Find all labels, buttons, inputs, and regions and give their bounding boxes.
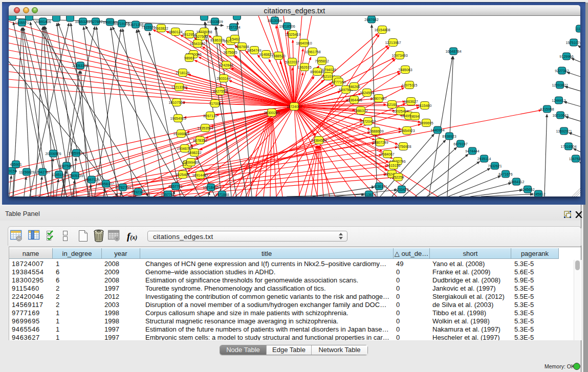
svg-text:10975867: 10975867 <box>58 164 74 168</box>
svg-text:12213369: 12213369 <box>171 85 187 89</box>
svg-text:10688609: 10688609 <box>367 129 383 133</box>
svg-text:10973493: 10973493 <box>391 54 407 57</box>
svg-text:12093822: 12093822 <box>552 83 568 87</box>
svg-text:3498222: 3498222 <box>187 151 201 155</box>
svg-text:1733426: 1733426 <box>395 188 408 191</box>
svg-text:16154808: 16154808 <box>374 28 390 32</box>
svg-text:17957225: 17957225 <box>83 178 99 182</box>
svg-text:8813054: 8813054 <box>268 19 281 23</box>
svg-text:9899695: 9899695 <box>419 121 433 125</box>
svg-text:9860124: 9860124 <box>168 30 182 34</box>
svg-text:7515526: 7515526 <box>141 26 155 29</box>
svg-text:1362615: 1362615 <box>297 65 311 69</box>
svg-text:11325419: 11325419 <box>285 33 301 36</box>
svg-text:9245812: 9245812 <box>531 192 545 196</box>
svg-text:12905135: 12905135 <box>67 174 83 178</box>
svg-text:62160: 62160 <box>387 103 397 106</box>
svg-text:19166825: 19166825 <box>173 132 189 136</box>
svg-text:1588520: 1588520 <box>271 54 285 58</box>
svg-text:11156829: 11156829 <box>19 170 34 174</box>
svg-text:17359924: 17359924 <box>68 151 84 155</box>
svg-text:9474444: 9474444 <box>465 149 479 153</box>
svg-text:252254: 252254 <box>392 176 404 179</box>
svg-text:25300285: 25300285 <box>264 111 279 115</box>
svg-text:435901: 435901 <box>10 163 21 166</box>
svg-text:8938923: 8938923 <box>442 135 456 138</box>
svg-text:717006: 717006 <box>209 102 221 105</box>
svg-text:13692971: 13692971 <box>556 129 572 133</box>
svg-text:12942757: 12942757 <box>34 170 50 174</box>
svg-text:9115460: 9115460 <box>418 104 432 107</box>
svg-text:14136141: 14136141 <box>371 185 387 188</box>
svg-text:5322037: 5322037 <box>285 60 299 64</box>
svg-text:9857791: 9857791 <box>168 185 182 188</box>
svg-text:16782759: 16782759 <box>115 186 130 189</box>
svg-text:11172: 11172 <box>575 27 580 31</box>
svg-text:16543382: 16543382 <box>189 42 205 46</box>
svg-text:8454749: 8454749 <box>247 49 261 52</box>
svg-text:9245652: 9245652 <box>520 188 534 191</box>
svg-text:6879197: 6879197 <box>453 142 467 146</box>
svg-text:2935114: 2935114 <box>477 157 491 161</box>
svg-text:9242848: 9242848 <box>219 63 233 67</box>
svg-text:14099489: 14099489 <box>183 161 199 164</box>
svg-text:7986372: 7986372 <box>354 109 367 113</box>
svg-text:16914479: 16914479 <box>192 173 208 177</box>
svg-text:15751074: 15751074 <box>565 41 580 45</box>
svg-text:10807487: 10807487 <box>371 97 386 100</box>
svg-text:7663822: 7663822 <box>154 27 168 30</box>
svg-text:18724007: 18724007 <box>286 105 302 108</box>
svg-text:2803144: 2803144 <box>216 77 230 80</box>
svg-text:9694: 9694 <box>411 115 419 118</box>
svg-text:1413614: 1413614 <box>362 193 376 196</box>
svg-text:16648784: 16648784 <box>445 50 461 53</box>
svg-text:7955812: 7955812 <box>315 59 329 63</box>
svg-text:9129966: 9129966 <box>559 55 573 58</box>
svg-text:1640954: 1640954 <box>430 128 444 132</box>
svg-text:1145194: 1145194 <box>52 173 66 177</box>
svg-text:9463627: 9463627 <box>404 100 418 103</box>
svg-text:7357224: 7357224 <box>226 26 240 29</box>
svg-text:1527602: 1527602 <box>89 20 102 24</box>
svg-text:2867608: 2867608 <box>235 45 249 49</box>
svg-text:9777169: 9777169 <box>332 80 345 84</box>
svg-text:10756928: 10756928 <box>395 145 411 148</box>
svg-text:15720407: 15720407 <box>360 120 376 123</box>
svg-text:7632621: 7632621 <box>488 164 502 168</box>
svg-text:19654923: 19654923 <box>399 129 415 133</box>
svg-text:10958107: 10958107 <box>98 182 114 186</box>
svg-text:8471676: 8471676 <box>498 172 512 176</box>
svg-text:8427552: 8427552 <box>213 90 227 93</box>
svg-text:17016504: 17016504 <box>560 145 576 148</box>
svg-text:7485063: 7485063 <box>398 68 412 72</box>
svg-text:8267130: 8267130 <box>203 114 217 118</box>
svg-text:39159: 39159 <box>9 169 17 173</box>
svg-text:18807249: 18807249 <box>372 141 388 144</box>
svg-text:12975115: 12975115 <box>402 83 418 87</box>
svg-text:3675685: 3675685 <box>223 51 237 54</box>
svg-text:18640910: 18640910 <box>296 41 312 45</box>
svg-text:10033809: 10033809 <box>207 20 223 24</box>
svg-text:8678352: 8678352 <box>193 139 207 142</box>
svg-text:9227342: 9227342 <box>555 69 569 73</box>
svg-text:19654925: 19654925 <box>170 117 186 120</box>
svg-text:16210643: 16210643 <box>552 114 568 117</box>
svg-text:9527500: 9527500 <box>193 35 207 38</box>
svg-text:6794028: 6794028 <box>322 68 336 72</box>
svg-text:20053346: 20053346 <box>72 64 88 68</box>
svg-text:1405571: 1405571 <box>15 21 29 25</box>
svg-text:19384554: 19384554 <box>311 139 326 142</box>
svg-text:98961: 98961 <box>184 56 194 60</box>
svg-text:1571848: 1571848 <box>215 193 229 196</box>
svg-text:1292346: 1292346 <box>131 190 145 194</box>
svg-text:8186328: 8186328 <box>210 38 224 42</box>
svg-text:2887682: 2887682 <box>364 18 378 21</box>
svg-text:1167531: 1167531 <box>569 157 580 161</box>
svg-text:746266: 746266 <box>348 85 360 89</box>
svg-text:12353594: 12353594 <box>197 126 213 130</box>
svg-text:16107553: 16107553 <box>168 101 184 104</box>
svg-text:15718485: 15718485 <box>203 186 219 189</box>
svg-text:1244413: 1244413 <box>552 99 565 102</box>
svg-text:9084067: 9084067 <box>380 152 394 156</box>
svg-text:1615152: 1615152 <box>386 164 400 167</box>
